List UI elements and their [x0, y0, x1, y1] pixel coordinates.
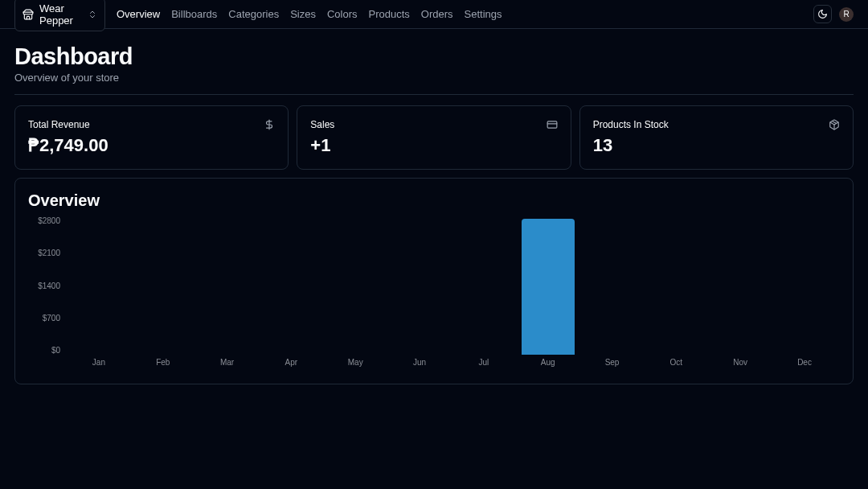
y-tick: $0 [51, 346, 60, 355]
store-icon [23, 9, 34, 20]
nav-overview[interactable]: Overview [117, 8, 160, 20]
dollar-icon [264, 119, 275, 130]
card-sales-label: Sales [310, 119, 334, 130]
bar-slot [323, 216, 387, 355]
bar-slot [644, 216, 708, 355]
bar-slot [387, 216, 452, 355]
nav-billboards[interactable]: Billboards [171, 8, 217, 20]
bar-slot [516, 216, 580, 355]
chevrons-up-down-icon [88, 10, 97, 19]
moon-icon [817, 9, 828, 19]
bar-slot [195, 216, 260, 355]
x-tick: Feb [131, 358, 195, 367]
y-tick: $1400 [38, 281, 60, 290]
overview-title: Overview [28, 191, 840, 210]
x-tick: Nov [708, 358, 772, 367]
nav-sizes[interactable]: Sizes [290, 8, 316, 20]
nav-colors[interactable]: Colors [327, 8, 358, 20]
store-switcher[interactable]: Wear Pepper [14, 0, 105, 31]
header-right: R [813, 5, 854, 23]
bar-slot [708, 216, 772, 355]
y-tick: $2800 [38, 216, 60, 225]
avatar-initial: R [843, 10, 849, 18]
nav-products[interactable]: Products [369, 8, 410, 20]
x-tick: May [323, 358, 387, 367]
bar-slot [131, 216, 195, 355]
card-stock-label: Products In Stock [593, 119, 669, 130]
package-icon [829, 119, 840, 130]
bar-slot [67, 216, 131, 355]
card-head: Sales [310, 119, 557, 130]
x-tick: Sep [580, 358, 645, 367]
bar-slot [772, 216, 837, 355]
nav-settings[interactable]: Settings [465, 8, 502, 20]
card-head: Products In Stock [593, 119, 840, 130]
card-stock: Products In Stock 13 [579, 105, 854, 170]
store-name: Wear Pepper [39, 2, 82, 27]
header-left: Wear Pepper Overview Billboards Categori… [14, 0, 502, 31]
theme-toggle-button[interactable] [813, 5, 832, 23]
chart-x-axis: JanFebMarAprMayJunJulAugSepOctNovDec [67, 358, 837, 367]
y-tick: $2100 [38, 249, 60, 257]
credit-card-icon [547, 119, 558, 130]
page-title: Dashboard [14, 43, 854, 70]
x-tick: Apr [259, 358, 323, 367]
bar-slot [580, 216, 645, 355]
card-head: Total Revenue [28, 119, 275, 130]
avatar[interactable]: R [839, 7, 854, 22]
main-nav: Overview Billboards Categories Sizes Col… [117, 8, 502, 20]
page-content: Dashboard Overview of your store Total R… [0, 29, 868, 399]
card-revenue-label: Total Revenue [28, 119, 90, 130]
nav-orders[interactable]: Orders [421, 8, 453, 20]
bar-slot [259, 216, 323, 355]
card-revenue: Total Revenue ₱2,749.00 [14, 105, 289, 170]
card-sales: Sales +1 [297, 105, 571, 170]
x-tick: Dec [772, 358, 837, 367]
x-tick: Oct [644, 358, 708, 367]
card-revenue-value: ₱2,749.00 [28, 135, 275, 156]
chart-plot-area [67, 216, 837, 355]
x-tick: Jul [452, 358, 516, 367]
x-tick: Jun [387, 358, 452, 367]
y-tick: $700 [43, 314, 60, 323]
x-tick: Mar [195, 358, 260, 367]
chart-y-axis: $2800 $2100 $1400 $700 $0 [28, 216, 60, 355]
revenue-chart: $2800 $2100 $1400 $700 $0 JanFebMarAprMa… [28, 216, 840, 377]
nav-categories[interactable]: Categories [228, 8, 279, 20]
x-tick: Jan [67, 358, 131, 367]
bar-slot [452, 216, 516, 355]
svg-rect-1 [547, 121, 557, 128]
chart-bar [522, 219, 575, 355]
card-stock-value: 13 [593, 135, 840, 156]
stat-cards: Total Revenue ₱2,749.00 Sales +1 Product… [14, 105, 854, 170]
app-header: Wear Pepper Overview Billboards Categori… [0, 0, 868, 29]
page-subtitle: Overview of your store [14, 72, 854, 84]
card-sales-value: +1 [310, 135, 557, 156]
x-tick: Aug [516, 358, 580, 367]
divider [14, 94, 854, 95]
overview-card: Overview $2800 $2100 $1400 $700 $0 JanFe… [14, 178, 854, 384]
